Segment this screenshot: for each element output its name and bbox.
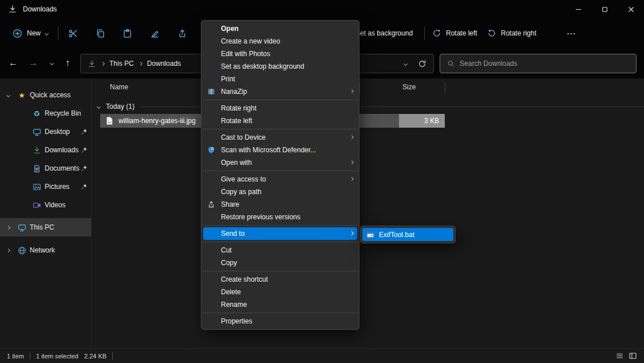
- menu-item-open[interactable]: Open: [202, 22, 359, 35]
- menu-item-create-a-new-video[interactable]: Create a new video: [202, 35, 359, 48]
- more-options-button[interactable]: ⋯: [560, 23, 582, 43]
- menu-item-label: Copy: [221, 259, 237, 267]
- menu-item-open-with[interactable]: Open with: [202, 156, 359, 169]
- sidebar-item-recycle-bin[interactable]: ♻ Recycle Bin: [0, 104, 91, 123]
- menu-item-label: Delete: [221, 288, 241, 296]
- menu-item-restore-previous-versions[interactable]: Restore previous versions: [202, 211, 359, 223]
- menu-item-label: Cut: [221, 246, 232, 254]
- monitor-icon: [32, 127, 41, 136]
- monitor-icon: [17, 223, 26, 232]
- status-bar: 1 item 1 item selected 2.24 KB: [0, 348, 644, 363]
- menu-separator: [202, 225, 358, 226]
- downloads-window-icon: [8, 5, 17, 14]
- address-dropdown-icon[interactable]: [404, 62, 408, 66]
- breadcrumb-downloads[interactable]: Downloads: [147, 60, 181, 68]
- menu-item-label: Copy as path: [221, 188, 262, 196]
- menu-item-label: Rename: [221, 301, 247, 309]
- sidebar-item-network[interactable]: Network: [0, 241, 91, 259]
- rotate-right-label: Rotate right: [501, 29, 536, 37]
- paste-button[interactable]: [116, 23, 138, 43]
- batch-file-icon: [366, 231, 374, 239]
- rotate-right-button[interactable]: Rotate right: [487, 23, 536, 43]
- selection-size: 2.24 KB: [84, 353, 106, 360]
- pin-icon: [81, 183, 88, 190]
- menu-item-copy[interactable]: Copy: [202, 257, 359, 269]
- menu-separator: [202, 100, 358, 100]
- new-button[interactable]: New: [7, 23, 54, 43]
- menu-item-rotate-left[interactable]: Rotate left: [202, 115, 359, 127]
- menu-item-print[interactable]: Print: [202, 73, 359, 85]
- sidebar-item-pictures[interactable]: Pictures: [0, 177, 91, 196]
- titlebar: Downloads: [0, 0, 644, 18]
- column-separator[interactable]: [359, 82, 360, 93]
- thumbnail-view-button[interactable]: [629, 352, 637, 360]
- share-button[interactable]: [171, 23, 193, 43]
- file-list: Name Size Today (1) william-henry-gates-…: [92, 78, 644, 348]
- shield-icon: [207, 145, 216, 155]
- chevron-down-icon[interactable]: [97, 104, 101, 108]
- minimize-button[interactable]: [565, 0, 591, 18]
- sidebar-item-videos[interactable]: Videos: [0, 196, 91, 214]
- cut-button[interactable]: [62, 23, 84, 43]
- copy-button[interactable]: [89, 23, 111, 43]
- menu-item-label: Give access to: [221, 175, 266, 183]
- file-size-cell: 3 KB: [399, 114, 445, 128]
- menu-item-label: Scan with Microsoft Defender...: [221, 146, 316, 154]
- column-separator[interactable]: [445, 82, 445, 93]
- sidebar-item-quick-access[interactable]: ★ Quick access: [0, 86, 91, 104]
- forward-button[interactable]: →: [25, 54, 42, 72]
- refresh-button[interactable]: [418, 60, 426, 68]
- rotate-left-button[interactable]: Rotate left: [432, 23, 477, 43]
- column-header-size[interactable]: Size: [402, 83, 416, 91]
- details-view-icon: [615, 352, 624, 360]
- menu-item-give-access-to[interactable]: Give access to: [202, 173, 359, 186]
- sidebar-item-this-pc[interactable]: This PC: [0, 218, 91, 236]
- send-to-submenu: ExifTool.bat: [360, 226, 456, 243]
- menu-separator: [202, 271, 358, 271]
- menu-item-nanazip[interactable]: NanaZip: [202, 85, 359, 98]
- rename-icon: [150, 29, 160, 38]
- column-header-name[interactable]: Name: [110, 83, 128, 91]
- menu-item-set-as-desktop-background[interactable]: Set as desktop background: [202, 60, 359, 73]
- menu-item-cast-to-device[interactable]: Cast to Device: [202, 131, 359, 144]
- up-button[interactable]: ↑: [59, 54, 76, 72]
- search-box[interactable]: [440, 54, 637, 73]
- menu-item-rotate-right[interactable]: Rotate right: [202, 102, 359, 115]
- maximize-button[interactable]: [591, 0, 618, 18]
- menu-item-send-to[interactable]: Send to: [203, 227, 357, 240]
- file-explorer-window: Downloads New Set as background Rotate l…: [0, 0, 644, 363]
- breadcrumb-this-pc[interactable]: This PC: [109, 60, 134, 68]
- menu-item-rename[interactable]: Rename: [202, 298, 359, 311]
- submenu-arrow-icon: [350, 177, 354, 181]
- menu-item-properties[interactable]: Properties: [202, 315, 359, 328]
- sidebar-item-documents[interactable]: Documents: [0, 159, 91, 177]
- chevron-right-icon: [139, 61, 143, 65]
- sidebar-item-desktop[interactable]: Desktop: [0, 123, 91, 141]
- group-header-today[interactable]: Today (1): [97, 101, 644, 112]
- submenu-item-exiftool[interactable]: ExifTool.bat: [362, 228, 453, 241]
- minimize-icon: [574, 5, 583, 14]
- menu-item-edit-with-photos[interactable]: Edit with Photos: [202, 48, 359, 60]
- search-input[interactable]: [460, 60, 629, 68]
- menu-item-delete[interactable]: Delete: [202, 286, 359, 298]
- recycle-bin-icon: ♻: [32, 109, 41, 118]
- menu-item-label: Rotate left: [221, 117, 252, 125]
- recent-locations-button[interactable]: [43, 54, 60, 72]
- sidebar-item-downloads[interactable]: Downloads: [0, 141, 91, 159]
- menu-item-cut[interactable]: Cut: [202, 244, 359, 257]
- menu-item-copy-as-path[interactable]: Copy as path: [202, 186, 359, 198]
- share-icon: [177, 29, 187, 38]
- menu-item-scan-with-defender[interactable]: Scan with Microsoft Defender...: [202, 144, 359, 156]
- star-icon: ★: [17, 90, 26, 100]
- back-button[interactable]: ←: [5, 54, 22, 72]
- details-view-button[interactable]: [615, 352, 624, 360]
- set-as-background-button[interactable]: Set as background: [355, 23, 413, 43]
- menu-item-label: Set as desktop background: [221, 62, 304, 70]
- forward-icon: →: [29, 58, 38, 68]
- image-file-icon: [105, 116, 114, 125]
- rotate-left-icon: [432, 29, 441, 38]
- close-button[interactable]: [618, 0, 644, 18]
- rename-button[interactable]: [144, 23, 165, 43]
- menu-item-create-shortcut[interactable]: Create shortcut: [202, 273, 359, 286]
- menu-item-share[interactable]: Share: [202, 198, 359, 211]
